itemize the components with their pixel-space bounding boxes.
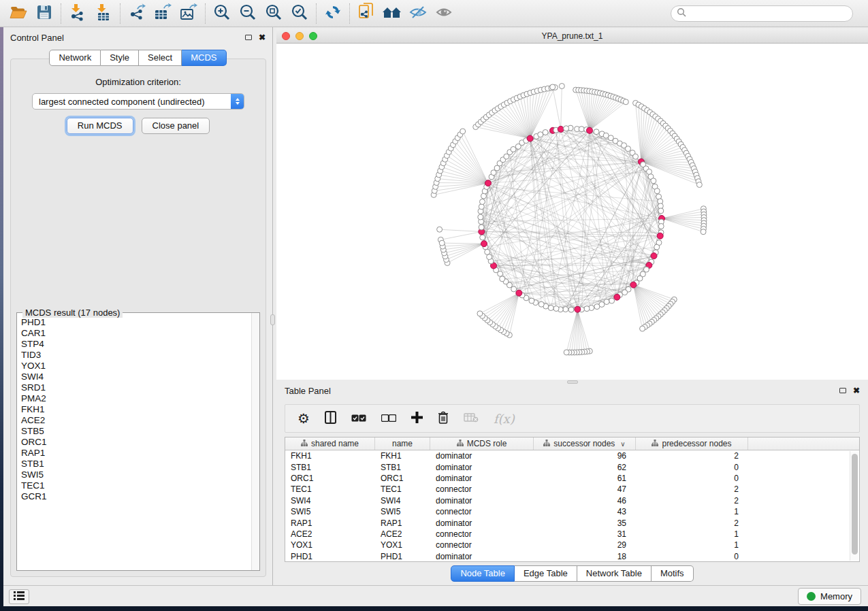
result-node-item[interactable]: STB1 [21,459,251,469]
table-row[interactable]: RAP1RAP1dominator352 [285,517,859,528]
tab-network[interactable]: Network [49,50,101,66]
float-window-icon[interactable] [245,35,252,40]
table-row[interactable]: ACE2ACE2connector311 [285,529,859,540]
result-node-item[interactable]: SWI4 [21,371,251,382]
hide-details-button[interactable] [405,1,431,26]
task-history-button[interactable] [9,589,29,604]
result-node-item[interactable]: TID3 [21,350,251,361]
cell-shared_name: ORC1 [285,474,375,483]
zoom-fit-icon [265,3,283,23]
refresh-button[interactable] [320,1,346,26]
cell-mcds_role: dominator [430,451,534,461]
tab-edge-table[interactable]: Edge Table [515,565,577,582]
zoom-fit-button[interactable] [261,1,287,26]
tab-network-table[interactable]: Network Table [577,565,652,582]
toolbar-separator [205,3,206,24]
result-node-item[interactable]: CAR1 [21,328,251,339]
tab-mcds[interactable]: MCDS [182,50,226,66]
function-builder-button[interactable]: f(x) [494,412,515,426]
open-session-button[interactable] [5,1,31,26]
column-header-name[interactable]: name [375,437,430,450]
result-node-item[interactable]: TEC1 [21,480,251,491]
gear-icon: ⚙ [298,412,310,425]
column-header-shared_name[interactable]: shared name [285,437,375,450]
tab-motifs[interactable]: Motifs [652,565,694,582]
table-row[interactable]: SWI5SWI5connector431 [285,506,859,517]
unchecked-boxes-icon [381,414,396,424]
table-row[interactable]: FKH1FKH1dominator962 [285,450,859,461]
table-scrollbar[interactable] [850,451,858,561]
result-node-item[interactable]: YOX1 [21,361,251,371]
open-folder-icon [10,5,27,22]
column-header-successor_nodes[interactable]: successor nodes∨ [534,437,636,450]
export-table-button[interactable] [150,1,176,26]
import-network-button[interactable] [65,1,91,26]
column-header-predecessor_nodes[interactable]: predecessor nodes [636,437,748,450]
cell-name: SWI4 [375,496,430,506]
table-panel-splitter-handle[interactable] [567,380,578,384]
result-scrollbar[interactable] [251,313,259,570]
result-node-item[interactable]: STP4 [21,339,251,350]
show-columns-button[interactable] [325,411,336,426]
table-row[interactable]: PHD1PHD1dominator180 [285,551,859,562]
result-node-item[interactable]: STB5 [21,426,251,437]
result-node-item[interactable]: ACE2 [21,415,251,426]
table-scrollbar-thumb[interactable] [852,454,858,555]
table-row[interactable]: SWI4SWI4dominator462 [285,495,859,506]
cell-successor_nodes: 43 [534,507,636,516]
sort-chevron-icon[interactable]: ∨ [620,440,625,448]
float-window-icon[interactable] [839,388,846,393]
column-label: shared name [311,439,359,448]
result-node-item[interactable]: SWI5 [21,469,251,480]
network-canvas-area[interactable] [276,44,868,380]
deselect-all-button[interactable] [381,414,396,424]
delete-table-icon [464,412,479,425]
table-row[interactable]: YOX1YOX1connector291 [285,540,859,550]
zoom-selected-button[interactable] [287,1,312,26]
import-table-button[interactable] [91,1,116,26]
result-node-item[interactable]: FKH1 [21,404,251,415]
home-button[interactable] [379,1,405,26]
export-network-button[interactable] [124,1,150,26]
result-node-item[interactable]: PHD1 [21,317,251,328]
share-document-button[interactable] [353,1,379,26]
columns-icon [325,411,336,426]
add-column-button[interactable] [411,412,423,425]
table-header-row: shared namenameMCDS rolesuccessor nodes∨… [285,437,859,450]
node-table: shared namenameMCDS rolesuccessor nodes∨… [285,437,860,562]
mcds-result-list[interactable]: PHD1CAR1STP4TID3YOX1SWI4SRD1PMA2FKH1ACE2… [17,317,251,570]
tab-style[interactable]: Style [101,50,139,66]
zoom-out-button[interactable] [235,1,261,26]
select-all-button[interactable] [351,414,366,424]
cell-predecessor_nodes: 2 [636,451,748,461]
close-panel-icon[interactable]: ✖ [259,34,266,41]
result-node-item[interactable]: GCR1 [21,491,251,502]
panel-splitter-handle[interactable] [270,314,275,325]
zoom-in-button[interactable] [209,1,235,26]
table-settings-button[interactable]: ⚙ [298,412,310,425]
result-node-item[interactable]: RAP1 [21,448,251,459]
network-window-titlebar[interactable]: YPA_prune.txt_1 [276,29,868,44]
table-row[interactable]: STB1STB1dominator620 [285,461,859,472]
criterion-dropdown[interactable]: largest connected component (undirected) [32,93,244,110]
table-row[interactable]: TEC1TEC1connector472 [285,484,859,495]
network-graph-canvas[interactable] [276,44,868,380]
save-session-button[interactable] [31,1,57,26]
result-node-item[interactable]: ORC1 [21,437,251,448]
result-node-item[interactable]: SRD1 [21,382,251,393]
run-mcds-button[interactable]: Run MCDS [67,118,133,134]
search-input[interactable] [686,7,852,20]
memory-button[interactable]: Memory [798,588,861,605]
show-details-button[interactable] [431,1,457,26]
close-panel-icon[interactable]: ✖ [853,387,860,394]
delete-table-button[interactable] [464,412,479,425]
export-image-button[interactable] [176,1,202,26]
result-node-item[interactable]: PMA2 [21,393,251,404]
column-header-mcds_role[interactable]: MCDS role [430,437,534,450]
tab-node-table[interactable]: Node Table [451,565,515,582]
close-panel-button[interactable]: Close panel [142,118,210,134]
tab-select[interactable]: Select [139,50,182,66]
table-row[interactable]: ORC1ORC1dominator610 [285,473,859,484]
delete-column-button[interactable] [438,411,449,426]
cell-mcds_role: dominator [430,463,534,472]
